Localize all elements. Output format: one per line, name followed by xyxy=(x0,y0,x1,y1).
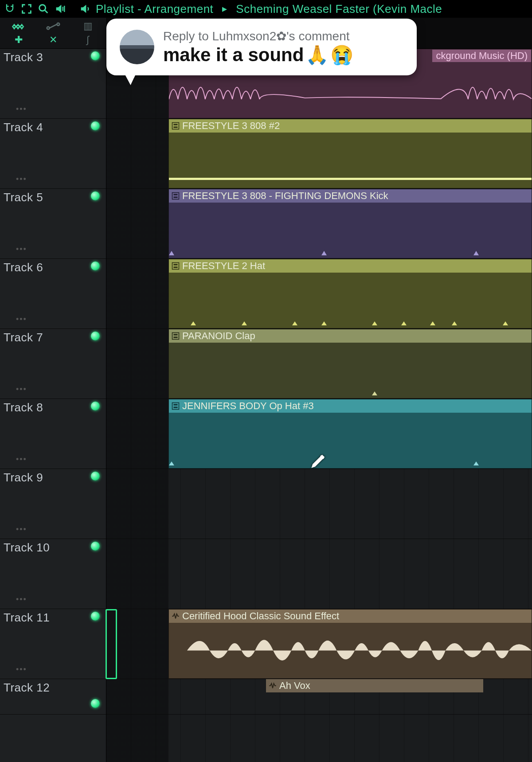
midi-clip-track5[interactable]: FREESTYLE 3 808 - FIGHTING DEMONS Kick xyxy=(168,189,532,258)
track-enable-led[interactable] xyxy=(91,612,100,621)
track-enable-led[interactable] xyxy=(91,542,100,551)
track-drag-handle-icon[interactable]: ••• xyxy=(16,665,27,674)
track-header-3[interactable]: Track 3 ••• xyxy=(0,49,106,119)
track-drag-handle-icon[interactable]: ••• xyxy=(16,315,27,324)
pray-emoji-icon: 🙏 xyxy=(305,44,329,66)
track-drag-handle-icon[interactable]: ••• xyxy=(16,175,27,184)
track-header-12[interactable]: Track 12 xyxy=(0,679,106,715)
close-icon[interactable]: ✕ xyxy=(36,34,70,47)
svg-rect-14 xyxy=(174,337,178,338)
track-enable-led[interactable] xyxy=(91,262,100,270)
audio-clip-track11[interactable]: Ceritified Hood Classic Sound Effect xyxy=(168,609,532,679)
track-row-5[interactable]: FREESTYLE 3 808 - FIGHTING DEMONS Kick xyxy=(106,189,532,259)
fullscreen-icon[interactable] xyxy=(20,3,33,15)
track-name: Track 7 xyxy=(4,331,102,344)
midi-clip-icon xyxy=(172,332,180,340)
comment-main-text: make it a sound xyxy=(163,44,304,66)
clip-title: JENNIFERS BODY Op Hat #3 xyxy=(182,400,314,412)
svg-point-2 xyxy=(57,23,60,26)
midi-clip-icon xyxy=(172,122,180,130)
top-toolbar: Playlist - Arrangement ▸ Scheming Weasel… xyxy=(0,0,532,18)
clip-title: PARANOID Clap xyxy=(182,330,255,342)
clip-title: FREESTYLE 3 808 #2 xyxy=(182,120,280,132)
track-selection-marker[interactable] xyxy=(106,609,117,679)
track-drag-handle-icon[interactable]: ••• xyxy=(16,595,27,604)
track-drag-handle-icon[interactable]: ••• xyxy=(16,525,27,534)
svg-rect-16 xyxy=(174,404,178,406)
track-name: Track 3 xyxy=(4,51,102,64)
track-drag-handle-icon[interactable]: ••• xyxy=(16,455,27,464)
audio-clip-icon xyxy=(172,612,180,620)
track-header-6[interactable]: Track 6 ••• xyxy=(0,259,106,329)
track-enable-led[interactable] xyxy=(91,121,100,130)
track-header-4[interactable]: Track 4 ••• xyxy=(0,119,106,189)
track-enable-led[interactable] xyxy=(91,332,100,340)
track-row-4[interactable]: FREESTYLE 3 808 #2 xyxy=(106,119,532,189)
clip-title: FREESTYLE 3 808 - FIGHTING DEMONS Kick xyxy=(182,190,388,202)
waveform-mode-icon[interactable] xyxy=(2,20,35,33)
track-header-10[interactable]: Track 10 ••• xyxy=(0,539,106,609)
track-header-5[interactable]: Track 5 ••• xyxy=(0,189,106,259)
track-name: Track 8 xyxy=(4,401,102,414)
midi-clip-icon xyxy=(172,192,180,200)
svg-rect-13 xyxy=(174,334,178,336)
song-title[interactable]: Scheming Weasel Faster (Kevin Macle xyxy=(236,2,442,16)
midi-clip-track4[interactable]: FREESTYLE 3 808 #2 xyxy=(168,119,532,188)
volume-icon[interactable] xyxy=(54,3,66,15)
track-row-6[interactable]: FREESTYLE 2 Hat xyxy=(106,259,532,329)
track-row-11[interactable]: Ceritified Hood Classic Sound Effect xyxy=(106,609,532,679)
speaker-icon[interactable] xyxy=(79,3,91,15)
automation-icon[interactable] xyxy=(36,20,70,33)
clip-title: Ah Vox xyxy=(279,680,310,692)
track-row-7[interactable]: PARANOID Clap xyxy=(106,329,532,399)
midi-clip-icon xyxy=(172,262,180,270)
pencil-cursor-icon xyxy=(310,451,328,469)
track-drag-handle-icon[interactable]: ••• xyxy=(16,385,27,394)
main-area: Track 3 ••• Track 4 ••• Track 5 ••• Trac… xyxy=(0,49,532,762)
comment-text: make it a sound 🙏 😭 xyxy=(163,44,403,66)
add-icon[interactable]: ✚ xyxy=(2,34,35,47)
track-enable-led[interactable] xyxy=(91,699,100,708)
midi-clip-icon xyxy=(172,402,180,410)
track-headers: Track 3 ••• Track 4 ••• Track 5 ••• Trac… xyxy=(0,49,106,762)
svg-point-1 xyxy=(47,27,50,29)
track-name: Track 12 xyxy=(4,681,102,695)
midi-clip-track8[interactable]: JENNIFERS BODY Op Hat #3 xyxy=(168,399,532,469)
track-enable-led[interactable] xyxy=(91,472,100,481)
subtoolbar-left: ▥ ✚ ✕ ∫ xyxy=(0,18,106,48)
track-name: Track 10 xyxy=(4,541,102,555)
track-header-8[interactable]: Track 8 ••• xyxy=(0,399,106,469)
track-header-11[interactable]: Track 11 ••• xyxy=(0,609,106,679)
midi-clip-track7[interactable]: PARANOID Clap xyxy=(168,329,532,399)
track-row-12[interactable]: Ah Vox xyxy=(106,679,532,715)
svg-rect-9 xyxy=(172,263,179,270)
zoom-icon[interactable] xyxy=(37,3,50,15)
track-name: Track 5 xyxy=(4,191,102,204)
clip-title: Ceritified Hood Classic Sound Effect xyxy=(182,610,339,622)
cry-emoji-icon: 😭 xyxy=(330,44,353,66)
track-header-9[interactable]: Track 9 ••• xyxy=(0,469,106,539)
magnet-icon[interactable] xyxy=(4,3,16,15)
svg-rect-4 xyxy=(174,124,178,125)
timeline[interactable]: ckground Music (HD) FREESTYLE 3 808 #2 xyxy=(106,49,532,762)
playlist-label[interactable]: Playlist - Arrangement xyxy=(96,2,213,16)
piano-roll-icon[interactable]: ▥ xyxy=(71,20,105,33)
track-drag-handle-icon[interactable]: ••• xyxy=(16,105,27,114)
svg-rect-8 xyxy=(174,197,178,198)
track-header-7[interactable]: Track 7 ••• xyxy=(0,329,106,399)
track-row-10[interactable] xyxy=(106,539,532,609)
track-enable-led[interactable] xyxy=(91,191,100,200)
track-row-9[interactable] xyxy=(106,469,532,539)
comment-reply-bubble: Reply to Luhmxson2✿'s comment make it a … xyxy=(106,19,417,75)
curve-icon[interactable]: ∫ xyxy=(71,34,105,47)
track-drag-handle-icon[interactable]: ••• xyxy=(16,245,27,254)
svg-rect-5 xyxy=(174,127,178,128)
track-enable-led[interactable] xyxy=(91,402,100,410)
track-name: Track 11 xyxy=(4,611,102,625)
svg-rect-11 xyxy=(174,267,178,268)
track-enable-led[interactable] xyxy=(91,51,100,60)
track-name: Track 4 xyxy=(4,121,102,134)
svg-rect-10 xyxy=(174,264,178,266)
midi-clip-track6[interactable]: FREESTYLE 2 Hat xyxy=(168,259,532,328)
audio-clip-track12[interactable]: Ah Vox xyxy=(266,679,483,692)
